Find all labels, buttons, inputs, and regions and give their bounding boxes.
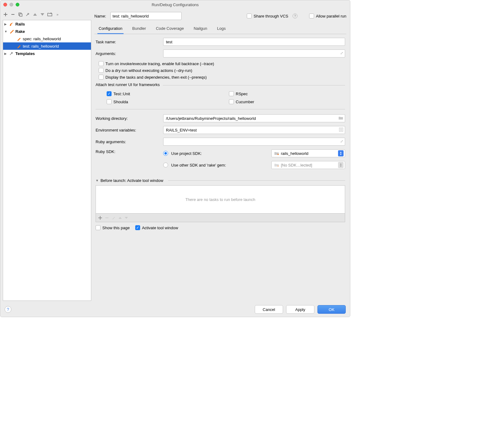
folder-icon	[274, 151, 279, 155]
arguments-label: Arguments:	[96, 51, 160, 56]
task-name-label: Task name:	[96, 40, 160, 44]
rspec-checkbox[interactable]: RSpec	[229, 91, 345, 96]
select-arrows-icon: ▲▼	[338, 150, 344, 156]
cancel-button[interactable]: Cancel	[255, 305, 283, 314]
svg-rect-1	[20, 14, 22, 16]
tree-node-spec[interactable]: spec: rails_helloworld	[3, 35, 91, 42]
sidebar-toolbar: »	[0, 9, 93, 20]
folder-icon	[274, 163, 279, 167]
share-vcs-label: Share through VCS	[254, 14, 288, 18]
working-dir-input[interactable]	[163, 114, 345, 122]
tab-bundler[interactable]: Bundler	[131, 24, 147, 34]
prereqs-checkbox[interactable]: Display the tasks and dependencies, then…	[99, 75, 207, 80]
tree-node-rake[interactable]: ▼ Rake	[3, 28, 91, 35]
cucumber-checkbox[interactable]: Cucumber	[229, 99, 345, 104]
add-config-icon[interactable]	[3, 12, 8, 17]
help-icon[interactable]: ?	[293, 14, 297, 18]
titlebar: Run/Debug Configurations	[0, 0, 350, 9]
use-other-sdk-label: Use other SDK and 'rake' gem:	[171, 163, 268, 167]
window-title: Run/Debug Configurations	[3, 2, 347, 7]
config-tree[interactable]: ▶ Rails ▼ Rake spec: rails_helloworld	[3, 20, 91, 301]
expand-field-icon[interactable]: ⤢	[340, 139, 343, 143]
remove-task-icon[interactable]	[105, 216, 109, 220]
before-launch-list: There are no tasks to run before launch	[96, 185, 345, 214]
show-this-page-checkbox[interactable]: Show this page	[96, 225, 130, 230]
allow-parallel-checkbox[interactable]: Allow parallel run	[309, 14, 346, 18]
move-down-icon[interactable]	[125, 217, 128, 219]
use-project-sdk-label: Use project SDK:	[171, 151, 268, 156]
tree-label: Rails	[15, 22, 25, 26]
tree-node-test[interactable]: test: rails_helloworld	[3, 42, 91, 50]
task-name-input[interactable]	[163, 38, 345, 46]
wrench-icon[interactable]	[25, 12, 30, 17]
shoulda-checkbox[interactable]: Shoulda	[107, 99, 223, 104]
rake-task-icon	[17, 44, 22, 49]
chevron-right-icon: ▶	[4, 52, 8, 55]
arguments-input[interactable]	[163, 49, 345, 57]
chevron-down-icon: ▼	[96, 179, 99, 182]
apply-button[interactable]: Apply	[286, 305, 314, 314]
move-up-icon[interactable]	[32, 12, 38, 17]
ok-button[interactable]: OK	[317, 305, 346, 314]
tree-node-templates[interactable]: ▶ Templates	[3, 50, 91, 57]
dry-run-checkbox[interactable]: Do a dry run without executing actions (…	[99, 68, 192, 73]
edit-list-icon[interactable]	[339, 128, 343, 132]
window-zoom-button[interactable]	[16, 3, 19, 6]
env-vars-label: Environment variables:	[96, 128, 160, 132]
window-minimize-button[interactable]	[10, 3, 13, 6]
remove-config-icon[interactable]	[10, 12, 16, 17]
config-tabs: Configuration Bundler Code Coverage Nail…	[94, 24, 346, 34]
expand-field-icon[interactable]: ⤢	[340, 51, 343, 55]
ruby-sdk-label: Ruby SDK:	[96, 149, 160, 154]
folder-icon[interactable]	[47, 12, 53, 17]
tab-nailgun[interactable]: Nailgun	[192, 24, 208, 34]
tree-label: Templates	[15, 51, 35, 56]
tree-label: Rake	[15, 29, 25, 34]
trace-checkbox[interactable]: Turn on invoke/execute tracing, enable f…	[99, 61, 214, 66]
edit-task-icon[interactable]	[112, 216, 116, 220]
rake-icon	[9, 29, 14, 34]
use-other-sdk-radio[interactable]	[163, 163, 168, 167]
test-unit-checkbox[interactable]: ✓Test::Unit	[107, 91, 223, 96]
project-sdk-select[interactable]: rails_helloworld ▲▼	[271, 149, 345, 157]
tree-label: spec: rails_helloworld	[23, 37, 61, 41]
other-sdk-select: [No SDK…lected] ▲▼	[271, 161, 345, 169]
expand-toolbar-icon[interactable]: »	[54, 12, 60, 17]
frameworks-title: Attach test runner UI for frameworks	[96, 82, 163, 87]
browse-folder-icon[interactable]	[338, 116, 343, 120]
name-input[interactable]	[110, 12, 182, 20]
tab-configuration[interactable]: Configuration	[97, 24, 124, 34]
share-vcs-checkbox[interactable]: Share through VCS	[247, 14, 288, 18]
before-launch-toolbar	[96, 214, 345, 222]
ruby-args-input[interactable]	[163, 138, 345, 146]
allow-parallel-label: Allow parallel run	[316, 14, 346, 18]
add-task-icon[interactable]	[98, 216, 102, 220]
tree-node-rails[interactable]: ▶ Rails	[3, 20, 91, 28]
rails-icon	[9, 22, 14, 26]
rake-task-icon	[17, 36, 22, 41]
env-vars-input[interactable]	[163, 126, 345, 134]
chevron-right-icon: ▶	[4, 22, 8, 26]
select-arrows-icon: ▲▼	[338, 162, 344, 168]
copy-config-icon[interactable]	[18, 12, 23, 17]
chevron-down-icon: ▼	[4, 30, 8, 33]
window-close-button[interactable]	[3, 3, 7, 6]
activate-tool-window-checkbox[interactable]: ✓Activate tool window	[135, 225, 178, 230]
wrench-icon	[9, 51, 14, 56]
working-dir-label: Working directory:	[96, 116, 160, 121]
tree-label: test: rails_helloworld	[23, 44, 59, 49]
tab-code-coverage[interactable]: Code Coverage	[155, 24, 185, 34]
before-launch-header[interactable]: ▼ Before launch: Activate tool window	[96, 178, 345, 183]
use-project-sdk-radio[interactable]	[163, 151, 168, 156]
ruby-args-label: Ruby arguments:	[96, 140, 160, 144]
move-up-icon[interactable]	[119, 217, 122, 219]
name-label: Name:	[94, 14, 106, 18]
move-down-icon[interactable]	[40, 12, 45, 17]
tab-logs[interactable]: Logs	[216, 24, 227, 34]
help-button[interactable]: ?	[5, 306, 11, 313]
